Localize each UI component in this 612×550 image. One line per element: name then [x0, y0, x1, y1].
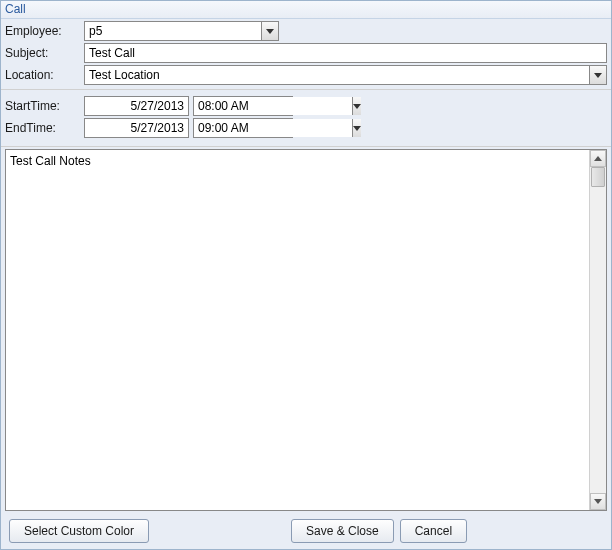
select-custom-color-button[interactable]: Select Custom Color: [9, 519, 149, 543]
scroll-down-button[interactable]: [590, 493, 606, 510]
start-time-input[interactable]: [194, 97, 352, 115]
end-time-label: EndTime:: [5, 121, 80, 135]
employee-dropdown-button[interactable]: [261, 22, 278, 40]
start-date-input[interactable]: [84, 96, 189, 116]
employee-combo[interactable]: [84, 21, 279, 41]
scroll-thumb[interactable]: [591, 167, 605, 187]
notes-area: [5, 149, 607, 511]
end-date-input[interactable]: [84, 118, 189, 138]
save-and-close-button[interactable]: Save & Close: [291, 519, 394, 543]
chevron-down-icon: [266, 29, 274, 34]
end-time-dropdown-button[interactable]: [352, 119, 361, 137]
start-time-combo[interactable]: [193, 96, 293, 116]
chevron-down-icon: [353, 126, 361, 131]
notes-textarea[interactable]: [6, 150, 589, 510]
start-time-label: StartTime:: [5, 99, 80, 113]
subject-label: Subject:: [5, 46, 80, 60]
form-section: Employee: Subject: Location:: [1, 19, 611, 90]
cancel-button[interactable]: Cancel: [400, 519, 467, 543]
notes-scrollbar[interactable]: [589, 150, 606, 510]
location-label: Location:: [5, 68, 80, 82]
location-input[interactable]: [85, 66, 589, 84]
end-time-input[interactable]: [194, 119, 352, 137]
end-time-combo[interactable]: [193, 118, 293, 138]
start-time-dropdown-button[interactable]: [352, 97, 361, 115]
call-dialog: Call Employee: Subject: Location:: [0, 0, 612, 550]
chevron-down-icon: [594, 73, 602, 78]
location-combo[interactable]: [84, 65, 607, 85]
employee-input[interactable]: [85, 22, 261, 40]
chevron-up-icon: [594, 156, 602, 161]
employee-label: Employee:: [5, 24, 80, 38]
location-dropdown-button[interactable]: [589, 66, 606, 84]
time-section: StartTime: EndTime:: [1, 90, 611, 147]
chevron-down-icon: [353, 104, 361, 109]
button-bar: Select Custom Color Save & Close Cancel: [1, 513, 611, 549]
scroll-up-button[interactable]: [590, 150, 606, 167]
subject-input[interactable]: [84, 43, 607, 63]
window-title: Call: [1, 1, 611, 19]
chevron-down-icon: [594, 499, 602, 504]
